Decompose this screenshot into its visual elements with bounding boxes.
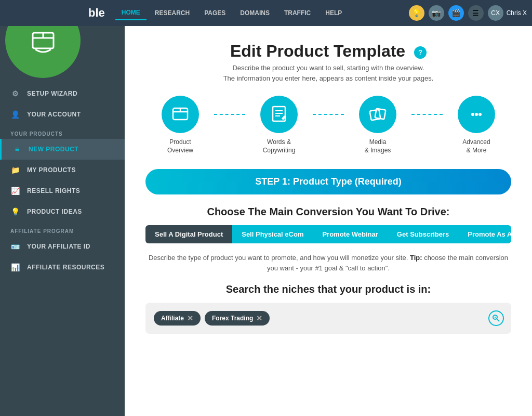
chart-icon: 📈 bbox=[10, 186, 21, 196]
sidebar-section-your-products: YOUR PRODUCTS bbox=[0, 125, 125, 139]
user-name: Chris X bbox=[507, 9, 527, 17]
sidebar-item-resell-rights[interactable]: 📈 RESELL RIGHTS bbox=[0, 180, 125, 201]
top-navigation: ble HOME RESEARCH PAGES DOMAINS TRAFFIC … bbox=[0, 0, 532, 26]
svg-point-14 bbox=[478, 113, 482, 116]
resources-icon: 📊 bbox=[10, 262, 21, 272]
conversion-title: Choose The Main Conversion You Want To D… bbox=[145, 206, 511, 218]
step-3-label: Media& Images bbox=[365, 138, 391, 154]
step-3-circle bbox=[359, 96, 396, 133]
svg-line-16 bbox=[497, 319, 500, 322]
sidebar-item-setup-wizard[interactable]: ⚙ SETUP WIZARD bbox=[0, 83, 125, 104]
menu-icon[interactable]: ☰ bbox=[468, 5, 484, 21]
page-title: Edit Product Template ? bbox=[145, 42, 511, 61]
sidebar-section-affiliate: AFFILIATE PROGRAM bbox=[0, 222, 125, 236]
step-4-circle bbox=[458, 96, 495, 133]
user-icon: 👤 bbox=[10, 109, 21, 120]
step-connector-2 bbox=[313, 114, 344, 115]
nav-links: HOME RESEARCH PAGES DOMAINS TRAFFIC HELP bbox=[115, 6, 409, 20]
sidebar-item-your-account[interactable]: 👤 YOUR ACCOUNT bbox=[0, 104, 125, 125]
svg-point-12 bbox=[471, 113, 474, 116]
step-advanced-more[interactable]: Advanced& More bbox=[443, 96, 510, 154]
main-content: Edit Product Template ? Describe the pro… bbox=[125, 26, 532, 416]
steps-row: ProductOverview Words &Copywriting bbox=[145, 96, 511, 154]
avatar: CX bbox=[488, 5, 503, 21]
sidebar-item-my-products[interactable]: 📁 MY PRODUCTS bbox=[0, 160, 125, 180]
list-icon: ≡ bbox=[12, 144, 22, 154]
step-product-overview[interactable]: ProductOverview bbox=[147, 96, 214, 154]
gear-icon: ⚙ bbox=[10, 88, 21, 99]
camera-icon[interactable]: 📷 bbox=[429, 5, 444, 21]
sidebar: ⚙ SETUP WIZARD 👤 YOUR ACCOUNT YOUR PRODU… bbox=[0, 0, 125, 416]
tab-get-subscribers[interactable]: Get Subscribers bbox=[388, 225, 458, 243]
nav-pages[interactable]: PAGES bbox=[198, 6, 232, 20]
lightbulb-icon[interactable]: 💡 bbox=[409, 5, 424, 21]
step-connector-3 bbox=[411, 114, 443, 115]
niche-tag-forex-close[interactable]: ✕ bbox=[256, 314, 262, 322]
nav-domains[interactable]: DOMAINS bbox=[234, 6, 276, 20]
sidebar-item-product-ideas[interactable]: 💡 PRODUCT IDEAS bbox=[0, 201, 125, 222]
step-2-circle bbox=[260, 96, 298, 133]
user-menu[interactable]: CX Chris X bbox=[488, 5, 527, 21]
conversion-description: Describe the type of product you want to… bbox=[145, 253, 511, 273]
niche-tag-forex[interactable]: Forex Trading ✕ bbox=[205, 311, 270, 326]
subtitle: Describe the product you want to sell, s… bbox=[145, 63, 511, 83]
step-1-circle bbox=[162, 96, 199, 133]
step-4-label: Advanced& More bbox=[462, 138, 490, 154]
nav-logo: ble bbox=[5, 6, 105, 20]
nav-research[interactable]: RESEARCH bbox=[149, 6, 196, 20]
niche-search-title: Search the niches that your product is i… bbox=[145, 283, 511, 295]
nav-help[interactable]: HELP bbox=[319, 6, 348, 20]
step-1-label: ProductOverview bbox=[167, 138, 193, 154]
niche-tag-affiliate[interactable]: Affiliate ✕ bbox=[154, 311, 201, 326]
svg-point-13 bbox=[475, 113, 478, 116]
niche-tag-affiliate-close[interactable]: ✕ bbox=[187, 314, 193, 322]
folder-icon: 📁 bbox=[10, 165, 21, 175]
tab-row: Sell A Digital Product Sell Physical eCo… bbox=[145, 225, 511, 243]
sidebar-item-affiliate-id[interactable]: 🪪 YOUR AFFILIATE ID bbox=[0, 236, 125, 257]
niche-search-box[interactable]: Affiliate ✕ Forex Trading ✕ bbox=[145, 303, 511, 334]
tab-promote-webinar[interactable]: Promote Webinar bbox=[313, 225, 387, 243]
tab-sell-digital[interactable]: Sell A Digital Product bbox=[145, 225, 232, 243]
video-icon[interactable]: 🎬 bbox=[448, 5, 464, 21]
nav-home[interactable]: HOME bbox=[115, 6, 147, 20]
sidebar-item-affiliate-resources[interactable]: 📊 AFFILIATE RESOURCES bbox=[0, 257, 125, 278]
tab-promote-affiliate[interactable]: Promote As Affiliate bbox=[458, 225, 511, 243]
sidebar-item-new-product[interactable]: ≡ NEW PRODUCT bbox=[0, 139, 125, 160]
step-2-label: Words &Copywriting bbox=[263, 138, 296, 154]
nav-traffic[interactable]: TRAFFIC bbox=[278, 6, 317, 20]
nav-right-controls: 💡 📷 🎬 ☰ CX Chris X bbox=[409, 5, 527, 21]
id-icon: 🪪 bbox=[10, 241, 21, 252]
tab-sell-physical[interactable]: Sell Physical eCom bbox=[232, 225, 313, 243]
step-bar[interactable]: STEP 1: Product Type (Required) bbox=[145, 169, 511, 194]
step-connector-1 bbox=[214, 114, 245, 115]
help-icon[interactable]: ? bbox=[414, 46, 427, 59]
step-words-copywriting[interactable]: Words &Copywriting bbox=[245, 96, 313, 154]
step-media-images[interactable]: Media& Images bbox=[344, 96, 411, 154]
idea-icon: 💡 bbox=[10, 206, 21, 217]
niche-search-icon[interactable] bbox=[488, 310, 504, 326]
